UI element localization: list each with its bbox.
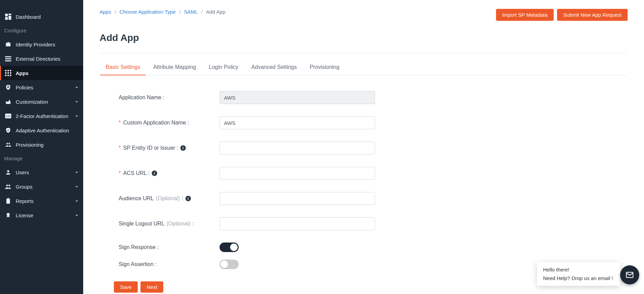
breadcrumb: Apps / Choose Application Type / SAML / … bbox=[100, 9, 225, 15]
import-sp-metadata-button[interactable]: Import SP Metadata bbox=[496, 9, 554, 21]
svg-rect-5 bbox=[5, 58, 11, 59]
sp-entity-id-input[interactable] bbox=[220, 142, 375, 155]
tab-advanced-settings[interactable]: Advanced Settings bbox=[251, 60, 297, 75]
sidebar-item-adaptive-auth[interactable]: Adaptive Authentication bbox=[0, 123, 83, 137]
shield-search-icon bbox=[5, 84, 12, 91]
sidebar-item-label: 2-Factor Authentication bbox=[16, 113, 75, 119]
tab-login-policy[interactable]: Login Policy bbox=[208, 60, 239, 75]
svg-rect-9 bbox=[10, 70, 11, 71]
svg-rect-12 bbox=[10, 72, 11, 74]
chevron-down-icon bbox=[75, 185, 78, 188]
svg-point-20 bbox=[7, 170, 9, 172]
chevron-down-icon bbox=[75, 199, 78, 203]
label-colon: : bbox=[182, 195, 183, 202]
chat-popover: Hello there! Need Help? Drop us an email… bbox=[537, 262, 620, 286]
puzzle-icon bbox=[5, 98, 12, 105]
sidebar-item-policies[interactable]: Policies bbox=[0, 80, 83, 94]
svg-point-23 bbox=[7, 213, 10, 216]
sidebar-item-2fa[interactable]: 123 2-Factor Authentication bbox=[0, 109, 83, 123]
sidebar-item-label: Users bbox=[16, 170, 75, 175]
info-icon[interactable]: i bbox=[152, 171, 157, 176]
sign-response-toggle[interactable] bbox=[220, 242, 239, 252]
sidebar-item-identity-providers[interactable]: Identity Providers bbox=[0, 37, 83, 52]
audience-url-input[interactable] bbox=[220, 192, 375, 205]
svg-rect-11 bbox=[8, 72, 9, 74]
sidebar-item-label: Identity Providers bbox=[16, 42, 78, 47]
breadcrumb-link-saml[interactable]: SAML bbox=[184, 9, 198, 15]
sidebar-item-label: External Directories bbox=[16, 56, 78, 62]
chevron-down-icon bbox=[75, 214, 78, 217]
breadcrumb-link-apps[interactable]: Apps bbox=[100, 9, 111, 15]
sidebar-section-configure: Configure bbox=[0, 24, 83, 37]
label-sign-response: Sign Response : bbox=[119, 244, 220, 250]
tab-basic-settings[interactable]: Basic Settings bbox=[105, 60, 141, 75]
breadcrumb-link-choose-type[interactable]: Choose Application Type bbox=[119, 9, 176, 15]
application-name-input bbox=[220, 91, 375, 104]
custom-application-name-input[interactable] bbox=[220, 116, 375, 129]
chevron-down-icon bbox=[75, 100, 78, 103]
sidebar-item-label: Apps bbox=[16, 70, 78, 76]
sidebar-item-reports[interactable]: Reports bbox=[0, 194, 83, 208]
label-sign-assertion: Sign Assertion : bbox=[119, 261, 220, 267]
svg-rect-8 bbox=[8, 70, 9, 71]
info-icon[interactable]: i bbox=[180, 145, 186, 151]
sidebar-item-label: Adaptive Authentication bbox=[16, 128, 78, 133]
save-button[interactable]: Save bbox=[114, 281, 138, 293]
dashboard-icon bbox=[5, 13, 12, 20]
tabs: Basic Settings Attribute Mapping Login P… bbox=[100, 60, 628, 75]
label-custom-application-name: *Custom Application Name : bbox=[119, 120, 220, 126]
svg-rect-3 bbox=[5, 17, 8, 20]
svg-rect-0 bbox=[5, 14, 8, 16]
label-application-name: Application Name : bbox=[119, 94, 220, 101]
sidebar-item-label: Provisioning bbox=[16, 142, 78, 148]
tab-provisioning[interactable]: Provisioning bbox=[309, 60, 340, 75]
svg-text:123: 123 bbox=[6, 115, 11, 118]
svg-rect-1 bbox=[9, 14, 11, 15]
sidebar-item-label: Reports bbox=[16, 198, 75, 204]
tab-attribute-mapping[interactable]: Attribute Mapping bbox=[152, 60, 196, 75]
sidebar-item-apps[interactable]: Apps bbox=[0, 66, 83, 80]
sign-assertion-toggle[interactable] bbox=[220, 260, 239, 269]
sidebar-item-groups[interactable]: Groups bbox=[0, 179, 83, 194]
sidebar-item-label: Groups bbox=[16, 184, 75, 190]
form-basic-settings: Application Name : *Custom Application N… bbox=[100, 91, 481, 293]
label-text: ACS URL : bbox=[123, 170, 150, 176]
single-logout-url-input[interactable] bbox=[220, 217, 375, 230]
briefcase-icon bbox=[5, 41, 12, 48]
sidebar-item-provisioning[interactable]: Provisioning bbox=[0, 137, 83, 152]
main-content: Apps / Choose Application Type / SAML / … bbox=[83, 0, 644, 294]
label-text: Audience URL bbox=[119, 195, 154, 202]
sidebar-item-external-directories[interactable]: External Directories bbox=[0, 52, 83, 66]
acs-url-input[interactable] bbox=[220, 167, 375, 180]
label-colon: : bbox=[193, 221, 194, 227]
required-marker: * bbox=[119, 145, 121, 151]
page-title: Add App bbox=[100, 32, 628, 43]
users-sync-icon bbox=[5, 141, 12, 148]
svg-rect-4 bbox=[5, 56, 11, 57]
shield-check-icon bbox=[5, 127, 12, 134]
sidebar-item-license[interactable]: License bbox=[0, 208, 83, 222]
submit-new-app-request-button[interactable]: Submit New App Request bbox=[557, 9, 628, 21]
svg-rect-10 bbox=[5, 72, 6, 74]
breadcrumb-sep: / bbox=[115, 9, 116, 15]
label-text: Single Logout URL bbox=[119, 221, 164, 227]
sidebar-item-users[interactable]: Users bbox=[0, 165, 83, 179]
chat-fab-button[interactable] bbox=[620, 265, 639, 284]
svg-rect-2 bbox=[9, 16, 11, 20]
sidebar: Dashboard Configure Identity Providers E… bbox=[0, 0, 83, 294]
label-audience-url: Audience URL (Optional) : i bbox=[119, 195, 220, 202]
chevron-down-icon bbox=[75, 114, 78, 118]
required-marker: * bbox=[119, 120, 121, 126]
info-icon[interactable]: i bbox=[185, 196, 191, 201]
sidebar-item-label: Customization bbox=[16, 99, 75, 105]
label-sp-entity-id: *SP Entity ID or Issuer : i bbox=[119, 145, 220, 151]
mail-icon bbox=[625, 270, 634, 279]
list-icon bbox=[5, 55, 12, 62]
sidebar-item-label: Dashboard bbox=[16, 14, 78, 20]
sidebar-item-dashboard[interactable]: Dashboard bbox=[0, 10, 83, 24]
next-button[interactable]: Next bbox=[140, 281, 163, 293]
svg-rect-6 bbox=[5, 60, 11, 61]
sidebar-item-label: Policies bbox=[16, 85, 75, 90]
sidebar-item-customization[interactable]: Customization bbox=[0, 94, 83, 109]
chat-line-2: Need Help? Drop us an email ! bbox=[543, 275, 614, 281]
